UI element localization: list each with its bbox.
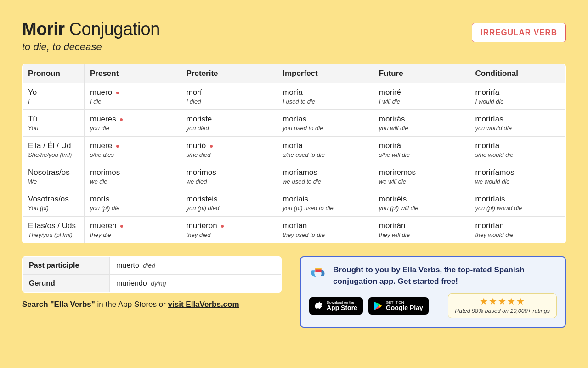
verb-gloss: s/he will die: [379, 151, 464, 158]
verb-gloss: you will die: [379, 125, 464, 132]
irregular-badge: IRREGULAR VERB: [472, 23, 566, 42]
verb-gloss: I die: [90, 98, 175, 105]
pronoun-translation: You (pl): [28, 205, 79, 212]
verb-form: morirá: [379, 141, 464, 150]
column-header: Present: [85, 64, 181, 83]
conjugation-cell: mueres you die: [85, 110, 181, 137]
verb-gloss: you die: [90, 125, 175, 132]
past-participle-form: muerto: [116, 261, 139, 269]
conjugation-cell: morías you used to die: [277, 110, 373, 137]
conjugation-cell: morí I died: [181, 83, 277, 110]
apple-icon: [315, 301, 323, 310]
rating-box: ★★★★★ Rated 98% based on 10,000+ ratings: [448, 293, 557, 318]
title-rest: Conjugation: [65, 19, 160, 39]
verb-gloss: I used to die: [283, 98, 368, 105]
table-row: YoImuero I diemorí I diedmoría I used to…: [23, 83, 566, 110]
table-row: TúYoumueres you diemoriste you diedmoría…: [23, 110, 566, 137]
pronoun: Ella / Él / Ud: [28, 141, 79, 150]
conjugation-cell: morirá s/he will die: [373, 137, 469, 163]
verb-form: morí: [187, 88, 271, 97]
verb-form: murió: [187, 141, 271, 150]
column-header: Conditional: [469, 64, 566, 83]
star-icons: ★★★★★: [455, 297, 550, 306]
verb-form: moría: [283, 88, 368, 97]
pronoun-translation: She/he/you (fml): [28, 151, 79, 158]
past-participle-gloss: died: [143, 262, 155, 269]
verb-form: moriría: [475, 141, 560, 150]
verb-name: Morir: [22, 19, 65, 39]
pronoun: Ellas/os / Uds: [28, 221, 79, 230]
ellaverbs-link[interactable]: visit EllaVerbs.com: [168, 300, 239, 309]
gerund-gloss: dying: [151, 280, 166, 287]
promo-link[interactable]: Ella Verbs: [402, 265, 440, 274]
conjugation-cell: moríais you (pl) used to die: [277, 190, 373, 217]
past-participle-cell: muerto died: [110, 257, 282, 275]
verb-form: murieron: [187, 221, 271, 230]
search-line: Search "Ella Verbs" in the App Stores or…: [22, 300, 282, 309]
verb-gloss: we would die: [475, 178, 560, 185]
pronoun-cell: Ellas/os / UdsThey/you (pl fml): [23, 217, 85, 243]
promo-box: Brought to you by Ella Verbs, the top-ra…: [300, 256, 566, 328]
conjugation-cell: moriría s/he would die: [469, 137, 566, 163]
table-row: Ellas/os / UdsThey/you (pl fml)mueren th…: [23, 217, 566, 243]
irregular-dot-icon: [116, 145, 119, 148]
promo-prefix: Brought to you by: [333, 265, 402, 274]
verb-gloss: s/he used to die: [283, 151, 368, 158]
conjugation-cell: murieron they died: [181, 217, 277, 243]
conjugation-cell: morirías you would die: [469, 110, 566, 137]
gerund-cell: muriendo dying: [110, 275, 282, 293]
verb-form: moriremos: [379, 168, 464, 177]
verb-gloss: you (pl) died: [187, 205, 271, 212]
verb-form: morían: [283, 221, 368, 230]
verb-gloss: you (pl) die: [90, 205, 175, 212]
conjugation-cell: morimos we die: [85, 163, 181, 190]
participles-table: Past participle muerto died Gerund murie…: [22, 256, 282, 293]
verb-form: morías: [283, 115, 368, 124]
conjugation-cell: moriremos we will die: [373, 163, 469, 190]
verb-gloss: they would die: [475, 231, 560, 238]
ella-verbs-icon: [309, 264, 327, 282]
conjugation-cell: moriréis you (pl) will die: [373, 190, 469, 217]
verb-gloss: s/he would die: [475, 151, 560, 158]
column-header: Preterite: [181, 64, 277, 83]
google-play-button[interactable]: GET IT ON Google Play: [368, 297, 429, 315]
past-participle-label: Past participle: [23, 257, 110, 275]
conjugation-cell: moríamos we used to die: [277, 163, 373, 190]
verb-gloss: I will die: [379, 98, 464, 105]
irregular-dot-icon: [221, 225, 224, 228]
irregular-dot-icon: [116, 92, 119, 94]
pronoun-cell: YoI: [23, 83, 85, 110]
pronoun-translation: We: [28, 178, 79, 185]
verb-form: mueres: [90, 115, 175, 124]
verb-form: muero: [90, 88, 175, 97]
conjugation-cell: moriríais you (pl) would die: [469, 190, 566, 217]
conjugation-cell: moristeis you (pl) died: [181, 190, 277, 217]
verb-form: morimos: [90, 168, 175, 177]
verb-gloss: we die: [90, 178, 175, 185]
pronoun-cell: Vosotras/osYou (pl): [23, 190, 85, 217]
column-header: Imperfect: [277, 64, 373, 83]
pronoun-cell: Nosotras/osWe: [23, 163, 85, 190]
pronoun: Tú: [28, 115, 79, 124]
verb-form: morirán: [379, 221, 464, 230]
svg-rect-1: [315, 268, 321, 270]
verb-form: moríamos: [283, 168, 368, 177]
conjugation-cell: morirán they will die: [373, 217, 469, 243]
verb-gloss: we will die: [379, 178, 464, 185]
google-play-icon: [374, 301, 382, 310]
verb-form: moriré: [379, 88, 464, 97]
verb-form: morirías: [475, 115, 560, 124]
verb-form: morirás: [379, 115, 464, 124]
play-big: Google Play: [386, 305, 423, 311]
table-row: Ella / Él / UdShe/he/you (fml)muere s/he…: [23, 137, 566, 163]
verb-form: moriste: [187, 115, 271, 124]
verb-gloss: you (pl) will die: [379, 205, 464, 212]
irregular-dot-icon: [210, 145, 213, 148]
pronoun-cell: TúYou: [23, 110, 85, 137]
verb-gloss: they died: [187, 231, 271, 238]
conjugation-cell: moriré I will die: [373, 83, 469, 110]
verb-form: mueren: [90, 221, 175, 230]
table-row: Nosotras/osWemorimos we diemorimos we di…: [23, 163, 566, 190]
verb-gloss: they die: [90, 231, 175, 238]
app-store-button[interactable]: Download on the App Store: [309, 297, 363, 315]
